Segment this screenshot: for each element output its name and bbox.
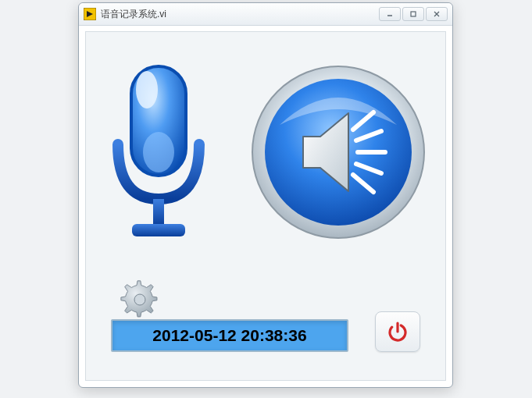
svg-point-6	[136, 71, 158, 108]
minimize-button[interactable]	[379, 7, 401, 21]
window-controls	[379, 7, 448, 21]
maximize-button[interactable]	[402, 7, 424, 21]
playback-button[interactable]	[248, 62, 428, 245]
svg-rect-2	[411, 12, 416, 16]
record-button[interactable]	[104, 59, 213, 249]
close-button[interactable]	[426, 7, 448, 21]
title-bar: 语音记录系统.vi	[79, 3, 452, 26]
main-controls-row	[86, 52, 445, 255]
labview-app-icon	[84, 8, 96, 20]
svg-point-7	[143, 132, 174, 172]
power-button[interactable]	[375, 311, 420, 352]
app-window: 语音记录系统.vi	[78, 2, 453, 388]
gear-icon	[120, 280, 159, 319]
client-area: 2012-05-12 20:38:36	[85, 31, 446, 381]
svg-rect-8	[153, 199, 164, 226]
power-icon	[386, 320, 409, 343]
microphone-icon	[104, 59, 213, 246]
svg-rect-9	[132, 224, 185, 236]
window-title: 语音记录系统.vi	[101, 8, 166, 21]
svg-point-17	[134, 294, 145, 305]
speaker-icon	[248, 62, 428, 242]
settings-button[interactable]	[120, 280, 159, 319]
timestamp-display: 2012-05-12 20:38:36	[111, 319, 348, 352]
timestamp-text: 2012-05-12 20:38:36	[152, 326, 306, 345]
